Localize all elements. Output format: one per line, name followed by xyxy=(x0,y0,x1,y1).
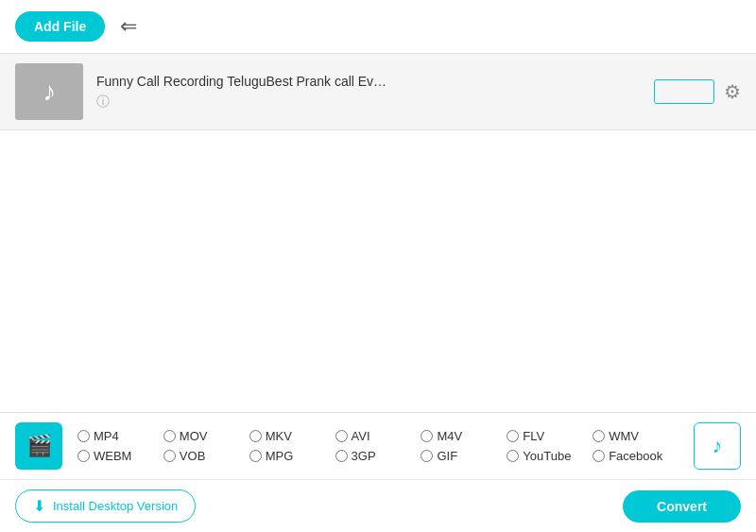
format-radio-m4v[interactable] xyxy=(421,430,433,442)
format-label: MKV xyxy=(266,429,292,443)
format-label: YouTube xyxy=(523,449,571,463)
format-option-mpg[interactable]: MPG xyxy=(249,449,335,463)
format-label: VOB xyxy=(180,449,205,463)
info-icon[interactable]: ⓘ xyxy=(96,94,110,109)
format-bar: 🎬 MP4MOVMKVAVIM4VFLVWMVWEBMVOBMPG3GPGIFY… xyxy=(0,413,756,479)
format-label: MPG xyxy=(266,449,294,463)
format-radio-flv[interactable] xyxy=(507,430,519,442)
format-options: MP4MOVMKVAVIM4VFLVWMVWEBMVOBMPG3GPGIFYou… xyxy=(77,429,679,463)
format-radio-mpg[interactable] xyxy=(249,450,262,462)
arrow-icon: ⇐ xyxy=(120,14,137,39)
file-actions: ⚙ xyxy=(654,79,741,104)
format-option-mov[interactable]: MOV xyxy=(163,429,249,443)
format-option-avi[interactable]: AVI xyxy=(335,429,421,443)
format-option-m4v[interactable]: M4V xyxy=(421,429,507,443)
format-option-flv[interactable]: FLV xyxy=(507,429,593,443)
format-radio-vob[interactable] xyxy=(163,450,176,462)
format-radio-webm[interactable] xyxy=(77,450,90,462)
format-option-mp4[interactable]: MP4 xyxy=(77,429,163,443)
duration-box xyxy=(654,79,714,104)
bottom-panel: 🎬 MP4MOVMKVAVIM4VFLVWMVWEBMVOBMPG3GPGIFY… xyxy=(0,412,756,532)
format-option-webm[interactable]: WEBM xyxy=(77,449,163,463)
format-label: GIF xyxy=(437,449,457,463)
format-option-facebook[interactable]: Facebook xyxy=(593,449,679,463)
action-bar: ⬇ Install Desktop Version Convert xyxy=(0,479,756,532)
format-radio-wmv[interactable] xyxy=(593,430,605,442)
format-option-gif[interactable]: GIF xyxy=(421,449,507,463)
convert-button[interactable]: Convert xyxy=(623,490,741,523)
format-label: 3GP xyxy=(352,449,376,463)
file-item: ♪ Funny Call Recording TeluguBest Prank … xyxy=(0,54,756,130)
settings-icon[interactable]: ⚙ xyxy=(724,80,741,103)
format-option-vob[interactable]: VOB xyxy=(163,449,249,463)
add-file-button[interactable]: Add File xyxy=(15,11,105,42)
format-label: MOV xyxy=(180,429,208,443)
format-radio-facebook[interactable] xyxy=(593,450,605,462)
format-label: M4V xyxy=(437,429,462,443)
format-label: FLV xyxy=(523,429,544,443)
format-label: WEBM xyxy=(94,449,131,463)
audio-note-icon: ♪ xyxy=(713,434,723,458)
file-name: Funny Call Recording TeluguBest Prank ca… xyxy=(96,74,654,89)
format-radio-mov[interactable] xyxy=(163,430,176,442)
install-label: Install Desktop Version xyxy=(53,499,178,513)
download-icon: ⬇ xyxy=(33,497,45,515)
film-icon: 🎬 xyxy=(26,434,52,458)
format-option-youtube[interactable]: YouTube xyxy=(507,449,593,463)
format-radio-mp4[interactable] xyxy=(77,430,90,442)
format-radio-3gp[interactable] xyxy=(335,450,348,462)
format-label: MP4 xyxy=(94,429,119,443)
format-radio-mkv[interactable] xyxy=(249,430,262,442)
format-radio-youtube[interactable] xyxy=(507,450,519,462)
toolbar: Add File ⇐ xyxy=(0,0,756,54)
format-option-mkv[interactable]: MKV xyxy=(249,429,335,443)
file-thumbnail: ♪ xyxy=(15,63,83,120)
video-format-icon-button[interactable]: 🎬 xyxy=(15,422,62,470)
music-note-icon: ♪ xyxy=(43,77,56,107)
audio-format-icon-button[interactable]: ♪ xyxy=(694,422,741,470)
format-option-wmv[interactable]: WMV xyxy=(593,429,679,443)
format-label: Facebook xyxy=(609,449,662,463)
format-label: WMV xyxy=(609,429,639,443)
format-option-3gp[interactable]: 3GP xyxy=(335,449,421,463)
format-radio-gif[interactable] xyxy=(421,450,433,462)
file-info: Funny Call Recording TeluguBest Prank ca… xyxy=(96,74,654,111)
install-button[interactable]: ⬇ Install Desktop Version xyxy=(15,489,196,523)
format-label: AVI xyxy=(352,429,370,443)
format-radio-avi[interactable] xyxy=(335,430,348,442)
file-list: ♪ Funny Call Recording TeluguBest Prank … xyxy=(0,54,756,412)
